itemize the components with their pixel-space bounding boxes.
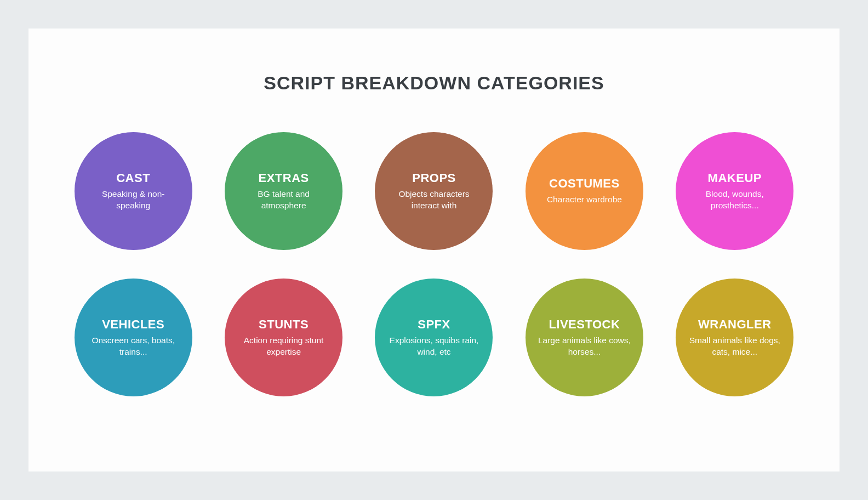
category-circle: WRANGLERSmall animals like dogs, cats, m… — [676, 279, 793, 396]
category-circle: MAKEUPBlood, wounds, prosthetics... — [676, 132, 793, 250]
category-title: SPFX — [418, 317, 450, 332]
category-desc: Speaking & non-speaking — [85, 189, 181, 211]
category-title: CAST — [116, 171, 150, 185]
category-title: MAKEUP — [708, 171, 762, 185]
category-title: EXTRAS — [258, 171, 309, 185]
category-desc: Objects characters interact with — [386, 189, 482, 211]
category-title: VEHICLES — [102, 317, 164, 332]
category-desc: Large animals like cows, horses... — [536, 335, 632, 357]
category-desc: Onscreen cars, boats, trains... — [85, 335, 181, 357]
category-circle: CASTSpeaking & non-speaking — [75, 132, 192, 250]
category-title: LIVESTOCK — [549, 317, 620, 332]
page-title: SCRIPT BREAKDOWN CATEGORIES — [264, 72, 604, 94]
category-circle: STUNTSAction requiring stunt expertise — [225, 279, 342, 396]
category-desc: Small animals like dogs, cats, mice... — [687, 335, 783, 357]
category-circle: LIVESTOCKLarge animals like cows, horses… — [526, 279, 643, 396]
category-circle: VEHICLESOnscreen cars, boats, trains... — [75, 279, 192, 396]
category-circle: COSTUMESCharacter wardrobe — [526, 132, 643, 250]
category-desc: Blood, wounds, prosthetics... — [687, 189, 783, 211]
category-title: WRANGLER — [698, 317, 772, 332]
category-circle: SPFXExplosions, squibs rain, wind, etc — [375, 279, 493, 396]
category-desc: BG talent and atmosphere — [236, 189, 332, 211]
category-circle: PROPSObjects characters interact with — [375, 132, 493, 250]
category-desc: Action requiring stunt expertise — [236, 335, 332, 357]
card: SCRIPT BREAKDOWN CATEGORIES CASTSpeaking… — [28, 29, 840, 471]
categories-grid: CASTSpeaking & non-speakingEXTRASBG tale… — [72, 132, 796, 396]
category-desc: Explosions, squibs rain, wind, etc — [386, 335, 482, 357]
category-circle: EXTRASBG talent and atmosphere — [225, 132, 342, 250]
category-title: PROPS — [412, 171, 456, 185]
category-desc: Character wardrobe — [547, 194, 622, 205]
category-title: COSTUMES — [549, 177, 620, 191]
category-title: STUNTS — [259, 317, 309, 332]
